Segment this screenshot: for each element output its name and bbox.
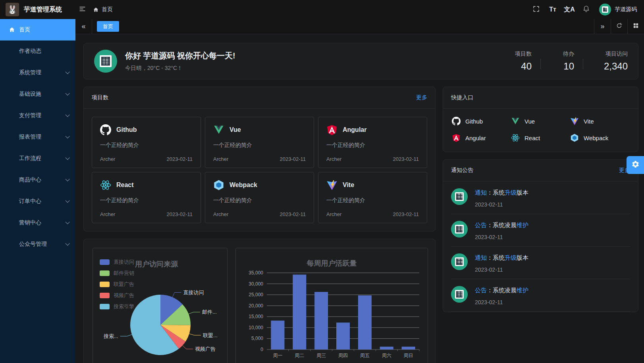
project-card-react[interactable]: React 一个正经的简介 Archer2023-02-11 — [92, 172, 201, 223]
quick-entry-webpack[interactable]: Webpack — [570, 133, 629, 142]
notice-date: 2023-02-11 — [475, 299, 528, 305]
svg-text:周日: 周日 — [404, 353, 413, 358]
legend-item[interactable]: 直接访问 — [100, 259, 134, 266]
angular-icon — [326, 124, 337, 135]
quick-entry-github[interactable]: Github — [452, 117, 511, 126]
project-desc: 一个正经的简介 — [100, 142, 193, 149]
legend-item[interactable]: 联盟广告 — [100, 281, 134, 288]
sidebar-item-home[interactable]: 首页 — [0, 19, 75, 41]
quick-entry-label: Webpack — [584, 135, 608, 141]
sidebar-item-report[interactable]: 报表管理 — [0, 126, 75, 148]
tabbar: « 首页 » — [75, 19, 644, 34]
project-card-webpack[interactable]: Webpack 一个正经的简介 Archer2023-02-11 — [205, 172, 314, 223]
sidebar-item-label: 订单中心 — [19, 198, 41, 205]
breadcrumb: 首页 — [93, 6, 113, 13]
quick-entry-title: 快捷入口 — [451, 94, 473, 101]
svg-text:搜索...: 搜索... — [103, 333, 118, 339]
gear-icon — [631, 160, 640, 170]
pie-chart-title: 用户访问来源 — [135, 259, 178, 269]
svg-text:视频广告: 视频广告 — [195, 346, 216, 352]
legend-item[interactable]: 邮件营销 — [100, 270, 134, 277]
svg-text:35,000: 35,000 — [249, 270, 263, 276]
language-button[interactable]: 文A — [563, 3, 576, 16]
hamburger-icon — [79, 5, 86, 14]
legend-label: 联盟广告 — [114, 281, 134, 288]
sidebar-item-pay[interactable]: 支付管理 — [0, 105, 75, 126]
stat-value: 2,340 — [592, 61, 628, 72]
tabs-scroll-left-button[interactable]: « — [75, 19, 92, 34]
fullscreen-button[interactable] — [529, 3, 543, 16]
refresh-icon — [616, 22, 623, 31]
app-title: 芋道管理系统 — [24, 6, 62, 14]
project-name: Github — [116, 126, 137, 133]
stat-label: 项目数 — [507, 50, 532, 58]
project-date: 2023-02-11 — [166, 211, 193, 217]
stat-value: 40 — [507, 61, 532, 72]
notice-title: 通知：系统升级版本 — [475, 254, 528, 262]
sidebar-item-label: 支付管理 — [19, 112, 41, 119]
svg-text:30,000: 30,000 — [249, 281, 263, 287]
layout-grid-button[interactable] — [627, 19, 644, 34]
sidebar-item-order[interactable]: 订单中心 — [0, 191, 75, 212]
sidebar-item-system[interactable]: 系统管理 — [0, 62, 75, 83]
logo-area[interactable]: 🐰 芋道管理系统 — [0, 3, 75, 16]
refresh-button[interactable] — [611, 19, 627, 34]
notice-item[interactable]: 公告：系统凌晨维护 2023-02-11 — [451, 214, 630, 247]
legend-label: 邮件营销 — [114, 270, 134, 277]
project-name: React — [116, 182, 134, 189]
user-menu[interactable]: 芋道源码 — [599, 4, 637, 15]
quick-entry-angular[interactable]: Angular — [452, 133, 511, 142]
sidebar-item-marketing[interactable]: 营销中心 — [0, 212, 75, 234]
project-author: Archer — [213, 156, 228, 162]
project-date: 2023-02-11 — [393, 156, 419, 162]
sidebar-collapse-button[interactable] — [75, 3, 89, 16]
pie-chart-legend: 直接访问邮件营销联盟广告视频广告搜索引擎 — [100, 259, 134, 310]
notices-panel: 通知公告 更多 通知：系统升级版本 2023-02-11 公告： — [443, 159, 638, 312]
quick-entry-vite[interactable]: Vite — [570, 117, 629, 126]
project-card-vite[interactable]: Vite 一个正经的简介 Archer2023-02-11 — [318, 172, 427, 223]
notice-item[interactable]: 通知：系统升级版本 2023-02-11 — [451, 182, 630, 214]
project-name: Webpack — [229, 182, 257, 189]
sidebar-item-workflow[interactable]: 工作流程 — [0, 148, 75, 169]
notice-title: 公告：系统凌晨维护 — [475, 287, 528, 294]
divider — [540, 59, 541, 69]
webpack-icon — [213, 180, 224, 191]
sidebar-item-wechat[interactable]: 公众号管理 — [0, 234, 75, 255]
settings-fab-button[interactable] — [627, 156, 644, 174]
stat-todo: 待办 10 — [550, 50, 574, 72]
legend-item[interactable]: 视频广告 — [100, 292, 134, 299]
project-author: Archer — [100, 156, 115, 162]
svg-text:周四: 周四 — [338, 353, 348, 358]
project-date: 2023-02-11 — [166, 156, 193, 162]
chevron-down-icon — [65, 134, 69, 138]
notification-button[interactable] — [579, 3, 593, 16]
svg-text:10,000: 10,000 — [249, 325, 263, 330]
react-icon — [100, 180, 111, 191]
projects-more-link[interactable]: 更多 — [416, 94, 427, 101]
project-card-github[interactable]: Github 一个正经的简介 Archer2023-02-11 — [92, 117, 201, 168]
font-size-button[interactable]: Tт — [546, 3, 559, 16]
quick-entry-vue[interactable]: Vue — [511, 117, 570, 126]
sidebar-item-product[interactable]: 商品中心 — [0, 169, 75, 191]
sidebar-item-label: 报表管理 — [19, 133, 41, 141]
sidebar-item-infra[interactable]: 基础设施 — [0, 83, 75, 105]
quick-entry-react[interactable]: React — [511, 133, 570, 142]
tabs-scroll-right-button[interactable]: » — [594, 19, 611, 34]
notice-item[interactable]: 公告：系统凌晨维护 2023-02-11 — [451, 279, 630, 312]
notice-avatar — [451, 221, 468, 237]
tab-home[interactable]: 首页 — [97, 21, 119, 32]
project-card-vue[interactable]: Vue 一个正经的简介 Archer2023-02-11 — [205, 117, 314, 168]
sidebar-item-author[interactable]: 作者动态 — [0, 41, 75, 62]
vite-icon — [326, 180, 337, 191]
divider — [583, 59, 583, 69]
project-card-angular[interactable]: Angular 一个正经的简介 Archer2023-02-11 — [318, 117, 427, 168]
pie-chart-card: 直接访问邮件营销联盟广告视频广告搜索引擎 用户访问来源 直接访问邮件...联盟.… — [93, 248, 228, 363]
legend-item[interactable]: 搜索引擎 — [100, 303, 134, 310]
chevron-down-icon — [65, 155, 69, 160]
main-content: 你好 芋道源码 祝你开心每一天! 今日晴，20°C - 32°C！ 项目数 40… — [75, 34, 644, 363]
greeting-card: 你好 芋道源码 祝你开心每一天! 今日晴，20°C - 32°C！ 项目数 40… — [83, 43, 638, 79]
stat-value: 10 — [550, 61, 574, 72]
chevron-down-icon — [65, 198, 69, 203]
project-author: Archer — [326, 211, 341, 217]
notice-item[interactable]: 通知：系统升级版本 2023-02-11 — [451, 247, 630, 279]
